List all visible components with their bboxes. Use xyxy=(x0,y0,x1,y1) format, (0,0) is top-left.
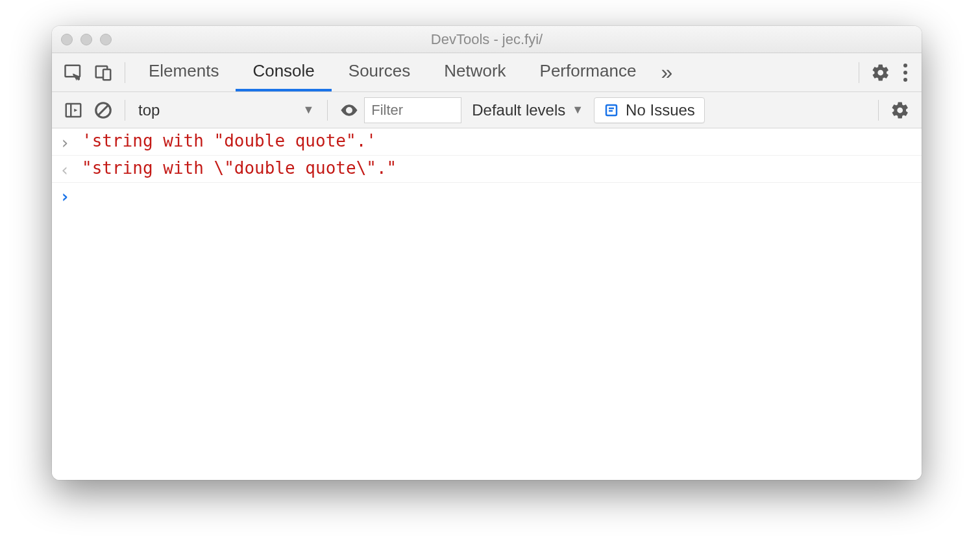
divider xyxy=(125,100,125,121)
titlebar: DevTools - jec.fyi/ xyxy=(52,26,922,53)
prompt-marker-icon: › xyxy=(60,187,73,206)
console-input-line: › 'string with "double quote".' xyxy=(52,128,922,156)
log-levels-selector[interactable]: Default levels ▼ xyxy=(461,101,594,119)
gear-icon xyxy=(890,101,910,120)
divider xyxy=(125,62,125,83)
filter-input[interactable] xyxy=(364,97,461,123)
console-output: › 'string with "double quote".' ‹ "strin… xyxy=(52,128,922,480)
svg-rect-3 xyxy=(66,104,81,117)
console-prompt-input[interactable] xyxy=(82,187,914,206)
issues-button[interactable]: No Issues xyxy=(594,97,705,123)
device-toolbar-icon[interactable] xyxy=(88,58,118,88)
tab-sources[interactable]: Sources xyxy=(332,53,427,91)
console-settings-button[interactable] xyxy=(885,95,915,125)
svg-rect-2 xyxy=(103,69,110,80)
tab-network[interactable]: Network xyxy=(427,53,522,91)
window-title: DevTools - jec.fyi/ xyxy=(52,31,922,48)
console-output-text: "string with \"double quote\"." xyxy=(82,158,397,178)
chevron-down-icon: ▼ xyxy=(572,103,583,117)
input-marker-icon: › xyxy=(60,131,73,152)
more-options-button[interactable] xyxy=(896,63,915,82)
issues-icon xyxy=(604,102,619,118)
tab-performance[interactable]: Performance xyxy=(523,53,654,91)
divider xyxy=(878,100,879,121)
clear-console-icon[interactable] xyxy=(88,95,118,125)
context-label: top xyxy=(138,101,160,119)
svg-rect-0 xyxy=(66,65,80,77)
more-tabs-button[interactable]: » xyxy=(653,60,680,84)
output-marker-icon: ‹ xyxy=(60,158,73,180)
tab-console[interactable]: Console xyxy=(236,53,331,91)
live-expression-icon[interactable] xyxy=(334,95,364,125)
chevron-down-icon: ▼ xyxy=(302,103,314,117)
main-tabbar: Elements Console Sources Network Perform… xyxy=(52,53,922,92)
divider xyxy=(327,100,328,121)
devtools-window: DevTools - jec.fyi/ Elements Console Sou… xyxy=(52,26,922,480)
levels-label: Default levels xyxy=(472,101,565,119)
tab-elements[interactable]: Elements xyxy=(132,53,236,91)
console-prompt[interactable]: › xyxy=(52,183,922,210)
inspect-element-icon[interactable] xyxy=(58,58,88,88)
settings-button[interactable] xyxy=(866,58,896,88)
execution-context-selector[interactable]: top ▼ xyxy=(132,101,321,119)
show-console-sidebar-icon[interactable] xyxy=(58,95,88,125)
console-input-text: 'string with "double quote".' xyxy=(82,131,376,150)
panel-tabs: Elements Console Sources Network Perform… xyxy=(132,53,653,91)
svg-line-6 xyxy=(99,105,108,115)
console-output-line: ‹ "string with \"double quote\"." xyxy=(52,156,922,183)
gear-icon xyxy=(871,63,890,82)
issues-label: No Issues xyxy=(626,101,695,119)
divider xyxy=(859,62,859,83)
console-toolbar: top ▼ Default levels ▼ No Issues xyxy=(52,92,922,128)
